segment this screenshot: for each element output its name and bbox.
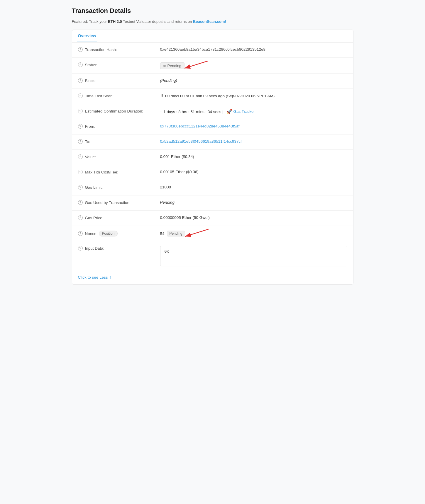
row-gas-limit: ? Gas Limit: 21000	[72, 180, 353, 195]
nonce-annotation: Pending	[165, 231, 185, 236]
label-time-last-seen: ? Time Last Seen:	[78, 93, 160, 98]
to-address-link[interactable]: 0x52ad512a91e53f0456619a36511f14cc937cf	[160, 139, 242, 144]
label-nonce: ? Nonce Position	[78, 230, 160, 236]
row-gas-used: ? Gas Used by Transaction: Pending	[72, 195, 353, 211]
gas-tracker-link[interactable]: 🚀 Gas Tracker	[226, 109, 255, 114]
featured-text: Featured: Track your	[72, 19, 108, 24]
row-max-txn-cost: ? Max Txn Cost/Fee: 0.00105 Ether ($0.36…	[72, 165, 353, 180]
value-input-data: 0x	[160, 245, 347, 266]
value-from: 0x773f300ebccc1121e44d828e45384e43f5af	[160, 123, 347, 128]
row-from: ? From: 0x773f300ebccc1121e44d828e45384e…	[72, 119, 353, 134]
row-time-last-seen: ? Time Last Seen: ⠿ 00 days 00 hr 01 min…	[72, 89, 353, 104]
value-block: (Pending)	[160, 78, 347, 83]
help-icon-to[interactable]: ?	[78, 139, 83, 144]
tab-overview[interactable]: Overview	[77, 30, 97, 42]
help-icon-gas-used[interactable]: ?	[78, 200, 83, 205]
value-transaction-hash: 0xe421360aeb8a15a34bca1781c286c0fcecb802…	[160, 47, 347, 52]
help-icon-time-last-seen[interactable]: ?	[78, 93, 83, 98]
row-gas-price: ? Gas Price: 0.00000005 Ether (50 Gwei)	[72, 211, 353, 226]
value-estimated-confirmation: ~ 1 days : 8 hrs : 51 mins : 34 secs | 🚀…	[160, 108, 347, 114]
click-to-see-less-link[interactable]: Click to see Less ↑	[72, 270, 353, 284]
value-status: Pending	[160, 62, 347, 69]
help-icon-status[interactable]: ?	[78, 62, 83, 67]
value-gas-used: Pending	[160, 200, 347, 205]
featured-banner: Featured: Track your ETH 2.0 Testnet Val…	[72, 19, 353, 24]
help-icon-value[interactable]: ?	[78, 154, 83, 159]
page-wrapper: Transaction Details Featured: Track your…	[66, 0, 359, 292]
eth-version: ETH 2.0	[108, 19, 122, 24]
help-icon-block[interactable]: ?	[78, 78, 83, 83]
details-table: ? Transaction Hash: 0xe421360aeb8a15a34b…	[72, 42, 353, 270]
label-value: ? Value:	[78, 154, 160, 159]
value-ether: 0.001 Ether ($0.34)	[160, 154, 347, 159]
label-gas-limit: ? Gas Limit:	[78, 184, 160, 190]
help-icon-gas-price[interactable]: ?	[78, 215, 83, 220]
label-block: ? Block:	[78, 78, 160, 83]
position-badge: Position	[99, 231, 118, 236]
row-estimated-confirmation: ? Estimated Confirmation Duration: ~ 1 d…	[72, 104, 353, 119]
gas-tracker-icon: 🚀	[226, 109, 232, 114]
row-transaction-hash: ? Transaction Hash: 0xe421360aeb8a15a34b…	[72, 42, 353, 58]
value-to: 0x52ad512a91e53f0456619a36511f14cc937cf	[160, 139, 347, 144]
label-input-data: ? Input Data:	[78, 245, 160, 251]
value-max-txn-cost: 0.00105 Ether ($0.36)	[160, 169, 347, 174]
input-data-box: 0x	[160, 246, 347, 266]
transaction-card: Overview ? Transaction Hash: 0xe421360ae…	[72, 30, 353, 285]
row-to: ? To: 0x52ad512a91e53f0456619a36511f14cc…	[72, 134, 353, 150]
label-transaction-hash: ? Transaction Hash:	[78, 47, 160, 52]
help-icon-gas-limit[interactable]: ?	[78, 185, 83, 190]
help-icon-estimated-confirmation[interactable]: ?	[78, 109, 83, 113]
help-icon-transaction-hash[interactable]: ?	[78, 47, 83, 52]
label-to: ? To:	[78, 139, 160, 144]
value-gas-limit: 21000	[160, 184, 347, 189]
beaconscan-link[interactable]: BeaconScan.com!	[193, 19, 226, 24]
row-nonce: ? Nonce Position 54 Pending	[72, 226, 353, 241]
help-icon-max-txn-cost[interactable]: ?	[78, 170, 83, 174]
row-value: ? Value: 0.001 Ether ($0.34)	[72, 150, 353, 165]
page-title: Transaction Details	[72, 7, 353, 15]
spinner-icon: ⠿	[160, 93, 163, 98]
row-input-data: ? Input Data: 0x	[72, 241, 353, 270]
value-time-last-seen: ⠿ 00 days 00 hr 01 min 09 secs ago (Sep-…	[160, 93, 347, 98]
label-estimated-confirmation: ? Estimated Confirmation Duration:	[78, 108, 160, 113]
status-dot	[163, 65, 166, 67]
help-icon-from[interactable]: ?	[78, 124, 83, 129]
label-max-txn-cost: ? Max Txn Cost/Fee:	[78, 169, 160, 174]
status-annotation: Pending	[160, 62, 185, 69]
from-address-link[interactable]: 0x773f300ebccc1121e44d828e45384e43f5af	[160, 124, 240, 128]
status-badge: Pending	[160, 62, 185, 69]
value-gas-price: 0.00000005 Ether (50 Gwei)	[160, 215, 347, 220]
help-icon-nonce[interactable]: ?	[78, 231, 83, 236]
row-block: ? Block: (Pending)	[72, 74, 353, 89]
label-status: ? Status:	[78, 62, 160, 67]
label-gas-price: ? Gas Price:	[78, 215, 160, 220]
nonce-pending-badge: Pending	[167, 231, 185, 236]
help-icon-input-data[interactable]: ?	[78, 246, 83, 251]
row-status: ? Status: Pending	[72, 58, 353, 74]
tabs-bar: Overview	[72, 30, 353, 42]
value-nonce: 54 Pending	[160, 230, 347, 236]
label-from: ? From:	[78, 123, 160, 129]
label-gas-used: ? Gas Used by Transaction:	[78, 200, 160, 205]
featured-text2: Testnet Validator deposits and returns o…	[122, 19, 193, 24]
